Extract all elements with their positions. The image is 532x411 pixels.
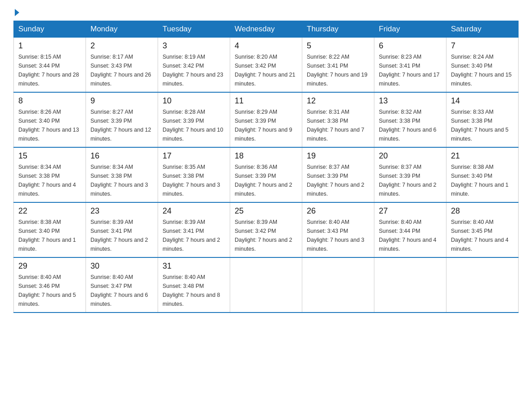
- day-cell-29: 29 Sunrise: 8:40 AM Sunset: 3:46 PM Dayl…: [14, 257, 86, 313]
- day-number: 27: [379, 206, 442, 216]
- day-info: Sunrise: 8:26 AM Sunset: 3:40 PM Dayligh…: [18, 107, 81, 143]
- day-number: 25: [235, 206, 297, 216]
- day-number: 15: [18, 151, 81, 161]
- day-info: Sunrise: 8:28 AM Sunset: 3:39 PM Dayligh…: [163, 107, 225, 143]
- column-header-monday: Monday: [86, 21, 158, 38]
- day-cell-16: 16 Sunrise: 8:34 AM Sunset: 3:38 PM Dayl…: [86, 147, 158, 202]
- day-number: 21: [451, 151, 514, 161]
- day-number: 8: [18, 96, 81, 106]
- day-cell-6: 6 Sunrise: 8:23 AM Sunset: 3:41 PM Dayli…: [374, 38, 446, 93]
- day-info: Sunrise: 8:34 AM Sunset: 3:38 PM Dayligh…: [18, 163, 81, 198]
- day-number: 19: [307, 151, 369, 161]
- week-row-5: 29 Sunrise: 8:40 AM Sunset: 3:46 PM Dayl…: [14, 257, 519, 313]
- day-cell-9: 9 Sunrise: 8:27 AM Sunset: 3:39 PM Dayli…: [86, 92, 158, 147]
- day-cell-18: 18 Sunrise: 8:36 AM Sunset: 3:39 PM Dayl…: [230, 147, 302, 202]
- column-header-saturday: Saturday: [446, 21, 519, 38]
- day-cell-25: 25 Sunrise: 8:39 AM Sunset: 3:42 PM Dayl…: [230, 202, 302, 257]
- day-number: 9: [90, 96, 153, 106]
- day-cell-1: 1 Sunrise: 8:15 AM Sunset: 3:44 PM Dayli…: [14, 38, 86, 93]
- day-info: Sunrise: 8:22 AM Sunset: 3:41 PM Dayligh…: [307, 52, 369, 88]
- day-cell-19: 19 Sunrise: 8:37 AM Sunset: 3:39 PM Dayl…: [302, 147, 374, 202]
- column-header-wednesday: Wednesday: [230, 21, 302, 38]
- day-cell-15: 15 Sunrise: 8:34 AM Sunset: 3:38 PM Dayl…: [14, 147, 86, 202]
- day-info: Sunrise: 8:31 AM Sunset: 3:38 PM Dayligh…: [307, 107, 369, 143]
- day-info: Sunrise: 8:19 AM Sunset: 3:42 PM Dayligh…: [163, 52, 225, 88]
- day-info: Sunrise: 8:34 AM Sunset: 3:38 PM Dayligh…: [90, 163, 153, 198]
- day-number: 12: [307, 96, 369, 106]
- day-cell-20: 20 Sunrise: 8:37 AM Sunset: 3:39 PM Dayl…: [374, 147, 446, 202]
- empty-cell: [302, 257, 374, 313]
- page-header: [13, 9, 519, 16]
- day-cell-5: 5 Sunrise: 8:22 AM Sunset: 3:41 PM Dayli…: [302, 38, 374, 93]
- day-info: Sunrise: 8:33 AM Sunset: 3:38 PM Dayligh…: [451, 107, 514, 143]
- day-cell-10: 10 Sunrise: 8:28 AM Sunset: 3:39 PM Dayl…: [158, 92, 230, 147]
- day-info: Sunrise: 8:35 AM Sunset: 3:38 PM Dayligh…: [163, 163, 225, 198]
- week-row-2: 8 Sunrise: 8:26 AM Sunset: 3:40 PM Dayli…: [14, 92, 519, 147]
- day-info: Sunrise: 8:20 AM Sunset: 3:42 PM Dayligh…: [235, 52, 297, 88]
- logo: [13, 9, 19, 16]
- day-info: Sunrise: 8:37 AM Sunset: 3:39 PM Dayligh…: [307, 163, 369, 198]
- column-header-sunday: Sunday: [14, 21, 86, 38]
- day-cell-21: 21 Sunrise: 8:38 AM Sunset: 3:40 PM Dayl…: [446, 147, 519, 202]
- day-info: Sunrise: 8:39 AM Sunset: 3:41 PM Dayligh…: [163, 218, 225, 253]
- day-number: 7: [451, 41, 514, 51]
- day-cell-28: 28 Sunrise: 8:40 AM Sunset: 3:45 PM Dayl…: [446, 202, 519, 257]
- empty-cell: [374, 257, 446, 313]
- day-number: 28: [451, 206, 514, 216]
- day-info: Sunrise: 8:23 AM Sunset: 3:41 PM Dayligh…: [379, 52, 442, 88]
- day-number: 22: [18, 206, 81, 216]
- day-info: Sunrise: 8:32 AM Sunset: 3:38 PM Dayligh…: [379, 107, 442, 143]
- day-number: 29: [18, 261, 81, 271]
- day-info: Sunrise: 8:38 AM Sunset: 3:40 PM Dayligh…: [451, 163, 514, 198]
- day-cell-22: 22 Sunrise: 8:38 AM Sunset: 3:40 PM Dayl…: [14, 202, 86, 257]
- day-number: 24: [163, 206, 225, 216]
- day-number: 16: [90, 151, 153, 161]
- day-info: Sunrise: 8:39 AM Sunset: 3:41 PM Dayligh…: [90, 218, 153, 253]
- day-number: 18: [235, 151, 297, 161]
- day-info: Sunrise: 8:40 AM Sunset: 3:45 PM Dayligh…: [451, 218, 514, 253]
- day-cell-24: 24 Sunrise: 8:39 AM Sunset: 3:41 PM Dayl…: [158, 202, 230, 257]
- day-number: 5: [307, 41, 369, 51]
- day-info: Sunrise: 8:17 AM Sunset: 3:43 PM Dayligh…: [90, 52, 153, 88]
- empty-cell: [446, 257, 519, 313]
- day-cell-31: 31 Sunrise: 8:40 AM Sunset: 3:48 PM Dayl…: [158, 257, 230, 313]
- day-cell-26: 26 Sunrise: 8:40 AM Sunset: 3:43 PM Dayl…: [302, 202, 374, 257]
- day-cell-7: 7 Sunrise: 8:24 AM Sunset: 3:40 PM Dayli…: [446, 38, 519, 93]
- logo-arrow-icon: [15, 9, 19, 16]
- day-number: 6: [379, 41, 442, 51]
- calendar-table: SundayMondayTuesdayWednesdayThursdayFrid…: [13, 21, 519, 313]
- day-info: Sunrise: 8:27 AM Sunset: 3:39 PM Dayligh…: [90, 107, 153, 143]
- day-info: Sunrise: 8:40 AM Sunset: 3:46 PM Dayligh…: [18, 273, 81, 308]
- day-cell-23: 23 Sunrise: 8:39 AM Sunset: 3:41 PM Dayl…: [86, 202, 158, 257]
- column-header-tuesday: Tuesday: [158, 21, 230, 38]
- day-cell-30: 30 Sunrise: 8:40 AM Sunset: 3:47 PM Dayl…: [86, 257, 158, 313]
- day-cell-3: 3 Sunrise: 8:19 AM Sunset: 3:42 PM Dayli…: [158, 38, 230, 93]
- day-number: 10: [163, 96, 225, 106]
- day-cell-12: 12 Sunrise: 8:31 AM Sunset: 3:38 PM Dayl…: [302, 92, 374, 147]
- day-cell-14: 14 Sunrise: 8:33 AM Sunset: 3:38 PM Dayl…: [446, 92, 519, 147]
- day-number: 3: [163, 41, 225, 51]
- day-number: 14: [451, 96, 514, 106]
- day-info: Sunrise: 8:40 AM Sunset: 3:43 PM Dayligh…: [307, 218, 369, 253]
- day-number: 23: [90, 206, 153, 216]
- day-info: Sunrise: 8:38 AM Sunset: 3:40 PM Dayligh…: [18, 218, 81, 253]
- day-cell-17: 17 Sunrise: 8:35 AM Sunset: 3:38 PM Dayl…: [158, 147, 230, 202]
- day-info: Sunrise: 8:29 AM Sunset: 3:39 PM Dayligh…: [235, 107, 297, 143]
- day-number: 26: [307, 206, 369, 216]
- week-row-3: 15 Sunrise: 8:34 AM Sunset: 3:38 PM Dayl…: [14, 147, 519, 202]
- empty-cell: [230, 257, 302, 313]
- day-number: 2: [90, 41, 153, 51]
- day-cell-13: 13 Sunrise: 8:32 AM Sunset: 3:38 PM Dayl…: [374, 92, 446, 147]
- calendar-header-row: SundayMondayTuesdayWednesdayThursdayFrid…: [14, 21, 519, 38]
- day-info: Sunrise: 8:37 AM Sunset: 3:39 PM Dayligh…: [379, 163, 442, 198]
- day-number: 31: [163, 261, 225, 271]
- day-number: 4: [235, 41, 297, 51]
- day-info: Sunrise: 8:15 AM Sunset: 3:44 PM Dayligh…: [18, 52, 81, 88]
- day-cell-2: 2 Sunrise: 8:17 AM Sunset: 3:43 PM Dayli…: [86, 38, 158, 93]
- column-header-friday: Friday: [374, 21, 446, 38]
- day-info: Sunrise: 8:24 AM Sunset: 3:40 PM Dayligh…: [451, 52, 514, 88]
- day-cell-8: 8 Sunrise: 8:26 AM Sunset: 3:40 PM Dayli…: [14, 92, 86, 147]
- day-number: 11: [235, 96, 297, 106]
- day-info: Sunrise: 8:40 AM Sunset: 3:44 PM Dayligh…: [379, 218, 442, 253]
- day-number: 20: [379, 151, 442, 161]
